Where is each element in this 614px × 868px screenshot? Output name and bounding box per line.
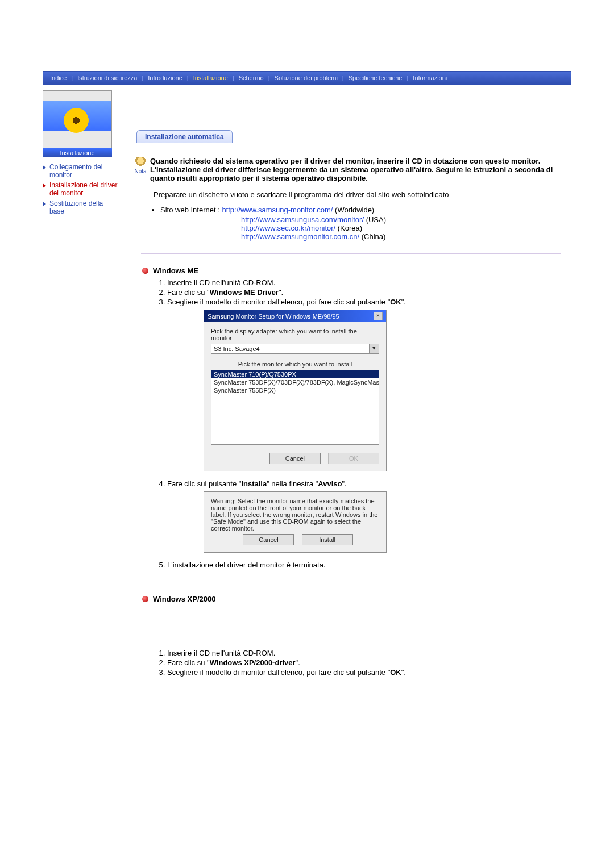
xp-step-2: Fare clic su "Windows XP/2000-driver". bbox=[167, 658, 571, 667]
me-step-4: Fare clic sul pulsante "Installa" nella … bbox=[167, 479, 571, 553]
sidebar-item-installazione-driver[interactable]: Installazione del driver del monitor bbox=[43, 181, 119, 197]
nav-informazioni[interactable]: Informazioni bbox=[408, 74, 451, 81]
link-china[interactable]: http://www.samsungmonitor.com.cn/ bbox=[241, 232, 359, 241]
top-nav: Indice| Istruzioni di sicurezza| Introdu… bbox=[43, 71, 571, 85]
adapter-label: Pick the display adapter which you want … bbox=[211, 328, 379, 341]
bullet-icon bbox=[142, 596, 148, 602]
warning-text: Warning: Select the monitor name that ex… bbox=[211, 498, 379, 532]
section-thumbnail bbox=[43, 90, 112, 148]
cancel-button[interactable]: Cancel bbox=[269, 453, 321, 464]
dialog-warning: Warning: Select the monitor name that ex… bbox=[204, 491, 387, 553]
arrow-icon bbox=[43, 165, 46, 170]
prep-text: Preparare un dischetto vuoto e scaricare… bbox=[154, 190, 571, 199]
sidebar-item-label: Sostituzione della base bbox=[49, 199, 119, 215]
arrow-icon bbox=[43, 183, 46, 188]
nota-text: Quando richiesto dal sistema operativo p… bbox=[150, 157, 571, 182]
dialog-monitor-setup: Samsung Monitor Setup for Windows ME/98/… bbox=[204, 310, 387, 471]
flower-icon bbox=[64, 108, 89, 133]
arrow-icon bbox=[43, 202, 46, 206]
list-item[interactable]: SyncMaster 753DF(X)/703DF(X)/783DF(X), M… bbox=[211, 378, 379, 386]
monitor-label: Pick the monitor which you want to insta… bbox=[211, 361, 379, 368]
link-korea[interactable]: http://www.sec.co.kr/monitor/ bbox=[241, 224, 335, 232]
sidebar-item-collegamento[interactable]: Collegamento del monitor bbox=[43, 163, 119, 179]
link-worldwide[interactable]: http://www.samsung-monitor.com/ bbox=[222, 206, 333, 214]
me-step-3: Scegliere il modello di monitor dall'ele… bbox=[167, 298, 571, 471]
list-item[interactable]: SyncMaster 755DF(X) bbox=[211, 386, 379, 394]
sidebar: Installazione Collegamento del monitor I… bbox=[43, 85, 119, 705]
bullet-icon bbox=[142, 268, 148, 274]
list-item[interactable]: SyncMaster 710(P)/Q7530PX bbox=[211, 370, 379, 378]
heading-windows-xp2000: Windows XP/2000 bbox=[153, 595, 215, 603]
sidebar-item-sostituzione-base[interactable]: Sostituzione della base bbox=[43, 199, 119, 215]
nav-sicurezza[interactable]: Istruzioni di sicurezza bbox=[73, 74, 142, 81]
nav-indice[interactable]: Indice bbox=[45, 74, 71, 81]
xp-step-1: Inserire il CD nell'unità CD-ROM. bbox=[167, 649, 571, 657]
monitor-listbox[interactable]: SyncMaster 710(P)/Q7530PX SyncMaster 753… bbox=[211, 370, 379, 445]
site-line: Sito web Internet : http://www.samsung-m… bbox=[160, 206, 571, 214]
nav-introduzione[interactable]: Introduzione bbox=[143, 74, 187, 81]
adapter-dropdown[interactable]: S3 Inc. Savage4 ▾ bbox=[211, 344, 379, 354]
me-step-2: Fare clic su "Windows ME Driver". bbox=[167, 288, 571, 297]
cancel-button[interactable]: Cancel bbox=[243, 534, 294, 545]
nota-icon: Nota bbox=[131, 157, 150, 174]
sidebar-item-label: Installazione del driver del monitor bbox=[49, 181, 119, 197]
tab-installazione-automatica[interactable]: Installazione automatica bbox=[136, 130, 233, 143]
install-button[interactable]: Install bbox=[302, 534, 353, 545]
heading-windows-me: Windows ME bbox=[153, 266, 198, 275]
me-step-1: Inserire il CD nell'unità CD-ROM. bbox=[167, 278, 571, 287]
me-step-5: L'installazione del driver del monitor è… bbox=[167, 561, 571, 569]
nav-soluzione[interactable]: Soluzione dei problemi bbox=[270, 74, 342, 81]
nav-schermo[interactable]: Schermo bbox=[234, 74, 268, 81]
dialog-title: Samsung Monitor Setup for Windows ME/98/… bbox=[208, 313, 339, 320]
xp-step-3: Scegliere il modello di monitor dall'ele… bbox=[167, 668, 571, 677]
sidebar-item-label: Collegamento del monitor bbox=[49, 163, 119, 179]
nav-specifiche[interactable]: Specifiche tecniche bbox=[344, 74, 407, 81]
section-caption: Installazione bbox=[43, 148, 112, 157]
ok-button[interactable]: OK bbox=[328, 453, 379, 464]
nota-icon-label: Nota bbox=[134, 168, 146, 174]
chevron-down-icon[interactable]: ▾ bbox=[369, 344, 379, 353]
link-usa[interactable]: http://www.samsungusa.com/monitor/ bbox=[241, 215, 364, 224]
close-icon[interactable]: × bbox=[374, 312, 383, 320]
main-content: Installazione automatica Nota Quando ric… bbox=[119, 85, 571, 705]
adapter-value: S3 Inc. Savage4 bbox=[211, 344, 369, 353]
nav-installazione[interactable]: Installazione bbox=[189, 74, 233, 81]
